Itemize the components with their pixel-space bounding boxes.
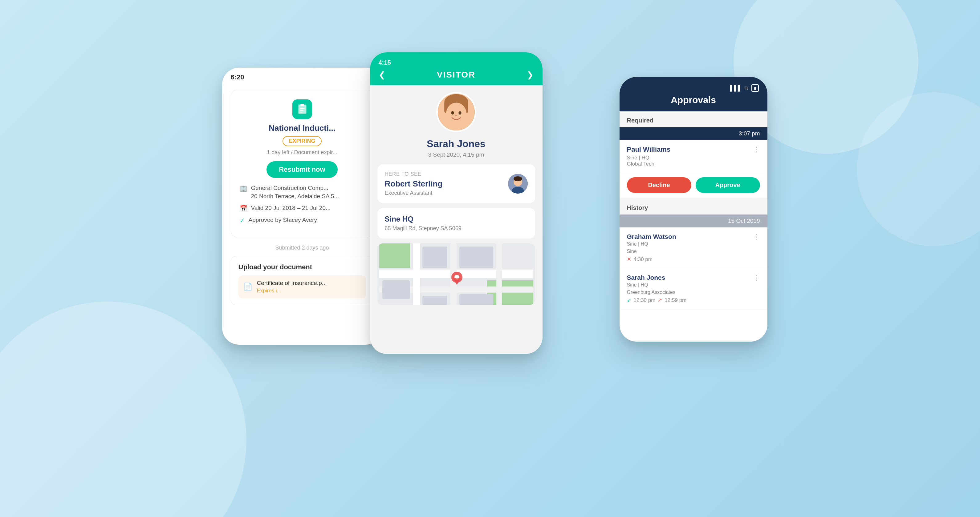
right-status-bar: ▌▌▌ ≋ ▮ — [628, 84, 759, 92]
company-name: General Construction Comp... — [251, 184, 339, 192]
pdf-icon: 📄 — [243, 282, 253, 291]
graham-menu[interactable]: ⋮ — [753, 233, 760, 241]
sarah-name: Sarah Jones — [627, 274, 687, 281]
svg-rect-22 — [413, 243, 420, 305]
svg-rect-27 — [422, 296, 447, 305]
induction-card: National Inducti... EXPIRING 1 day left … — [231, 90, 374, 237]
phone-center: 4:15 ❮ VISITOR ❯ — [370, 52, 542, 354]
company-info-row: 🏢 General Construction Comp... 20 North … — [240, 184, 365, 200]
graham-time: 4:30 pm — [634, 256, 652, 263]
visitor-forward-arrow[interactable]: ❯ — [527, 70, 534, 80]
expiring-badge: EXPIRING — [283, 136, 321, 146]
file-row[interactable]: 📄 Certificate of Insurance.p... Expires … — [239, 276, 366, 298]
file-info: Certificate of Insurance.p... Expires i.… — [257, 280, 361, 294]
host-avatar — [508, 174, 528, 193]
host-role: Executive Assistant — [385, 190, 443, 196]
graham-name: Graham Watson — [627, 233, 676, 240]
upload-section: Upload your document 📄 Certificate of In… — [231, 256, 374, 305]
svg-rect-25 — [422, 246, 447, 268]
visitor-avatar — [436, 92, 476, 132]
decline-button[interactable]: Decline — [627, 177, 691, 193]
approvals-body: Required 3:07 pm Paul Williams Sine | HQ… — [620, 111, 767, 309]
check-icon: ✓ — [240, 217, 245, 224]
file-expires: Expires i... — [257, 288, 361, 294]
sarah-time-row: ↙ 12:30 pm ↗ 12:59 pm — [627, 297, 687, 303]
approvals-header: ▌▌▌ ≋ ▮ Approvals — [620, 77, 767, 111]
approval-paul-company2: Global Tech — [627, 161, 753, 167]
svg-rect-3 — [300, 108, 305, 109]
sarah-time-out: 12:59 pm — [665, 297, 686, 303]
left-content: National Inducti... EXPIRING 1 day left … — [222, 84, 382, 311]
expiring-text: 1 day left / Document expir... — [240, 149, 365, 156]
file-name: Certificate of Insurance.p... — [257, 280, 361, 287]
visitor-date: 3 Sept 2020, 4:15 pm — [377, 151, 535, 158]
valid-dates-row: 📅 Valid 20 Jul 2018 – 21 Jul 20... — [240, 204, 365, 213]
time-bar-required: 3:07 pm — [620, 127, 767, 140]
submitted-text: Submitted 2 days ago — [231, 245, 374, 251]
graham-time-row: ✕ 4:30 pm — [627, 256, 676, 263]
svg-point-15 — [514, 176, 522, 181]
approval-item-paul: Paul Williams Sine | HQ Global Tech ⋮ — [620, 140, 767, 173]
sarah-company1: Sine | HQ — [627, 282, 687, 288]
svg-rect-4 — [300, 110, 304, 111]
resubmit-button[interactable]: Resubmit now — [266, 161, 337, 178]
required-label: Required — [620, 111, 767, 127]
history-item-sarah: Sarah Jones Sine | HQ Greenburg Associat… — [620, 268, 767, 309]
svg-point-12 — [458, 111, 461, 114]
location-address: 65 Magill Rd, Stepney SA 5069 — [385, 225, 528, 232]
approval-paul-name: Paul Williams — [627, 146, 753, 154]
valid-dates: Valid 20 Jul 2018 – 21 Jul 20... — [251, 204, 331, 213]
svg-rect-18 — [379, 243, 410, 268]
svg-rect-1 — [299, 105, 306, 114]
approved-text: Approved by Stacey Avery — [249, 216, 317, 224]
here-to-see-label: HERE TO SEE — [385, 171, 443, 177]
here-to-see-card: HERE TO SEE Robert Sterling Executive As… — [377, 164, 535, 203]
graham-company2: Sine — [627, 249, 676, 254]
sarah-time-in: 12:30 pm — [634, 297, 655, 303]
history-date-bar: 15 Oct 2019 — [620, 214, 767, 227]
calendar-icon: 📅 — [240, 205, 247, 212]
here-to-see-info: HERE TO SEE Robert Sterling Executive As… — [385, 171, 443, 196]
sarah-menu[interactable]: ⋮ — [753, 274, 760, 282]
map-container: ★ — [377, 243, 535, 305]
signal-icon: ▌▌▌ — [730, 85, 741, 91]
declined-icon: ✕ — [627, 256, 631, 263]
history-item-graham: Graham Watson Sine | HQ Sine ✕ 4:30 pm ⋮ — [620, 227, 767, 268]
phone-right: ▌▌▌ ≋ ▮ Approvals Required 3:07 pm Paul … — [620, 77, 767, 342]
approve-button[interactable]: Approve — [696, 177, 760, 193]
svg-text:★: ★ — [456, 276, 459, 280]
graham-info: Graham Watson Sine | HQ Sine ✕ 4:30 pm — [627, 233, 676, 263]
sarah-company2: Greenburg Associates — [627, 290, 687, 295]
approval-paul-company1: Sine | HQ — [627, 155, 753, 161]
induction-icon — [293, 99, 312, 119]
company-address: 20 North Terrace, Adelaide SA 5... — [251, 192, 339, 201]
svg-point-11 — [451, 111, 454, 114]
svg-rect-26 — [459, 246, 493, 268]
checkout-icon: ↗ — [658, 297, 662, 303]
checkin-icon: ↙ — [627, 297, 631, 303]
svg-rect-5 — [300, 112, 302, 113]
upload-title: Upload your document — [239, 263, 366, 271]
location-name: Sine HQ — [385, 215, 528, 224]
battery-icon: ▮ — [751, 84, 759, 92]
phone-left: 6:20 National Inducti... EXPIRING — [222, 68, 382, 345]
svg-rect-28 — [459, 294, 493, 305]
location-card: Sine HQ 65 Magill Rd, Stepney SA 5069 — [377, 208, 535, 238]
approval-paul-info: Paul Williams Sine | HQ Global Tech — [627, 146, 753, 167]
svg-rect-29 — [382, 280, 410, 299]
visitor-avatar-wrap — [377, 92, 535, 132]
svg-point-10 — [446, 103, 466, 125]
building-icon: 🏢 — [240, 185, 247, 192]
visitor-name: Sarah Jones — [377, 138, 535, 149]
sarah-info: Sarah Jones Sine | HQ Greenburg Associat… — [627, 274, 687, 303]
approval-paul-menu[interactable]: ⋮ — [753, 146, 760, 154]
center-status-bar: 4:15 — [379, 59, 534, 66]
visitor-header: 4:15 ❮ VISITOR ❯ — [370, 52, 542, 85]
svg-rect-2 — [301, 104, 304, 106]
svg-rect-24 — [496, 243, 502, 305]
left-status-bar: 6:20 — [222, 68, 382, 84]
visitor-title: VISITOR — [437, 70, 476, 80]
visitor-back-arrow[interactable]: ❮ — [379, 70, 385, 80]
approved-row: ✓ Approved by Stacey Avery — [240, 216, 365, 224]
wifi-icon: ≋ — [744, 85, 749, 91]
